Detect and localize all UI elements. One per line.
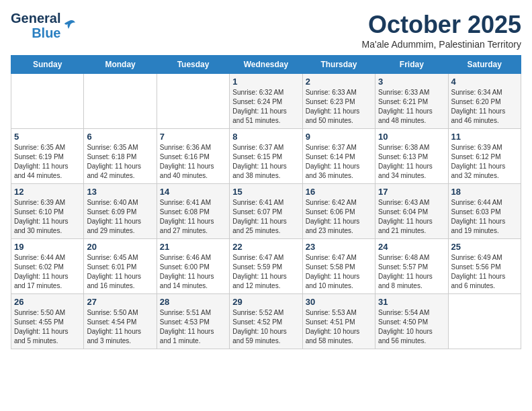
day-number: 23 bbox=[306, 242, 372, 252]
calendar-cell: 18Sunrise: 6:44 AM Sunset: 6:03 PM Dayli… bbox=[448, 184, 521, 239]
day-number: 28 bbox=[160, 297, 226, 307]
day-number: 29 bbox=[232, 297, 299, 307]
weekday-header-friday: Friday bbox=[375, 56, 448, 74]
calendar-cell: 8Sunrise: 6:37 AM Sunset: 6:15 PM Daylig… bbox=[230, 129, 302, 184]
calendar-cell: 7Sunrise: 6:36 AM Sunset: 6:16 PM Daylig… bbox=[157, 129, 229, 184]
day-number: 18 bbox=[451, 187, 518, 197]
calendar-cell: 23Sunrise: 6:47 AM Sunset: 5:58 PM Dayli… bbox=[302, 239, 375, 294]
calendar-table: SundayMondayTuesdayWednesdayThursdayFrid… bbox=[11, 55, 521, 349]
logo-general: General bbox=[11, 11, 60, 26]
day-info: Sunrise: 6:33 AM Sunset: 6:21 PM Dayligh… bbox=[378, 88, 445, 126]
calendar-cell: 30Sunrise: 5:53 AM Sunset: 4:51 PM Dayli… bbox=[302, 294, 375, 349]
day-info: Sunrise: 6:32 AM Sunset: 6:24 PM Dayligh… bbox=[232, 88, 299, 126]
day-number: 16 bbox=[306, 187, 372, 197]
day-info: Sunrise: 6:39 AM Sunset: 6:10 PM Dayligh… bbox=[14, 198, 81, 236]
day-info: Sunrise: 6:34 AM Sunset: 6:20 PM Dayligh… bbox=[451, 88, 518, 126]
day-info: Sunrise: 6:43 AM Sunset: 6:04 PM Dayligh… bbox=[378, 198, 445, 236]
day-info: Sunrise: 6:42 AM Sunset: 6:06 PM Dayligh… bbox=[306, 198, 372, 236]
day-number: 6 bbox=[87, 132, 153, 142]
day-number: 31 bbox=[378, 297, 445, 307]
day-number: 25 bbox=[451, 242, 518, 252]
day-info: Sunrise: 5:50 AM Sunset: 4:54 PM Dayligh… bbox=[87, 308, 153, 346]
day-number: 22 bbox=[232, 242, 299, 252]
day-info: Sunrise: 6:37 AM Sunset: 6:15 PM Dayligh… bbox=[232, 143, 299, 181]
day-info: Sunrise: 6:47 AM Sunset: 5:58 PM Dayligh… bbox=[306, 253, 372, 291]
calendar-cell: 15Sunrise: 6:41 AM Sunset: 6:07 PM Dayli… bbox=[230, 184, 302, 239]
logo: General Blue bbox=[11, 11, 77, 40]
calendar-cell: 6Sunrise: 6:35 AM Sunset: 6:18 PM Daylig… bbox=[84, 129, 157, 184]
day-info: Sunrise: 6:44 AM Sunset: 6:02 PM Dayligh… bbox=[14, 253, 81, 291]
calendar-week-2: 5Sunrise: 6:35 AM Sunset: 6:19 PM Daylig… bbox=[11, 129, 521, 184]
day-info: Sunrise: 6:38 AM Sunset: 6:13 PM Dayligh… bbox=[378, 143, 445, 181]
logo-blue: Blue bbox=[32, 26, 60, 40]
day-info: Sunrise: 6:36 AM Sunset: 6:16 PM Dayligh… bbox=[160, 143, 226, 181]
weekday-header-row: SundayMondayTuesdayWednesdayThursdayFrid… bbox=[11, 56, 521, 74]
weekday-header-wednesday: Wednesday bbox=[230, 56, 302, 74]
day-number: 8 bbox=[232, 132, 299, 142]
calendar-cell: 5Sunrise: 6:35 AM Sunset: 6:19 PM Daylig… bbox=[11, 129, 84, 184]
calendar-cell bbox=[448, 294, 521, 349]
day-number: 1 bbox=[232, 77, 299, 87]
day-info: Sunrise: 6:44 AM Sunset: 6:03 PM Dayligh… bbox=[451, 198, 518, 236]
day-number: 24 bbox=[378, 242, 445, 252]
day-number: 13 bbox=[87, 187, 153, 197]
calendar-cell: 13Sunrise: 6:40 AM Sunset: 6:09 PM Dayli… bbox=[84, 184, 157, 239]
day-number: 21 bbox=[160, 242, 226, 252]
weekday-header-sunday: Sunday bbox=[11, 56, 84, 74]
calendar-week-1: 1Sunrise: 6:32 AM Sunset: 6:24 PM Daylig… bbox=[11, 74, 521, 129]
day-info: Sunrise: 5:52 AM Sunset: 4:52 PM Dayligh… bbox=[232, 308, 299, 346]
day-number: 2 bbox=[306, 77, 372, 87]
day-number: 14 bbox=[160, 187, 226, 197]
calendar-cell: 31Sunrise: 5:54 AM Sunset: 4:50 PM Dayli… bbox=[375, 294, 448, 349]
calendar-week-5: 26Sunrise: 5:50 AM Sunset: 4:55 PM Dayli… bbox=[11, 294, 521, 349]
day-number: 4 bbox=[451, 77, 518, 87]
day-info: Sunrise: 5:54 AM Sunset: 4:50 PM Dayligh… bbox=[378, 308, 445, 346]
day-number: 9 bbox=[306, 132, 372, 142]
calendar-cell: 19Sunrise: 6:44 AM Sunset: 6:02 PM Dayli… bbox=[11, 239, 84, 294]
day-info: Sunrise: 6:39 AM Sunset: 6:12 PM Dayligh… bbox=[451, 143, 518, 181]
calendar-week-3: 12Sunrise: 6:39 AM Sunset: 6:10 PM Dayli… bbox=[11, 184, 521, 239]
calendar-cell: 12Sunrise: 6:39 AM Sunset: 6:10 PM Dayli… bbox=[11, 184, 84, 239]
calendar-cell: 16Sunrise: 6:42 AM Sunset: 6:06 PM Dayli… bbox=[302, 184, 375, 239]
day-info: Sunrise: 5:50 AM Sunset: 4:55 PM Dayligh… bbox=[14, 308, 81, 346]
day-info: Sunrise: 5:51 AM Sunset: 4:53 PM Dayligh… bbox=[160, 308, 226, 346]
calendar-cell: 28Sunrise: 5:51 AM Sunset: 4:53 PM Dayli… bbox=[157, 294, 229, 349]
calendar-cell: 21Sunrise: 6:46 AM Sunset: 6:00 PM Dayli… bbox=[157, 239, 229, 294]
calendar-cell: 17Sunrise: 6:43 AM Sunset: 6:04 PM Dayli… bbox=[375, 184, 448, 239]
calendar-cell: 11Sunrise: 6:39 AM Sunset: 6:12 PM Dayli… bbox=[448, 129, 521, 184]
calendar-cell: 20Sunrise: 6:45 AM Sunset: 6:01 PM Dayli… bbox=[84, 239, 157, 294]
day-info: Sunrise: 6:45 AM Sunset: 6:01 PM Dayligh… bbox=[87, 253, 153, 291]
month-title: October 2025 bbox=[362, 11, 521, 39]
day-info: Sunrise: 6:35 AM Sunset: 6:18 PM Dayligh… bbox=[87, 143, 153, 181]
day-number: 15 bbox=[232, 187, 299, 197]
calendar-cell: 22Sunrise: 6:47 AM Sunset: 5:59 PM Dayli… bbox=[230, 239, 302, 294]
day-info: Sunrise: 6:46 AM Sunset: 6:00 PM Dayligh… bbox=[160, 253, 226, 291]
weekday-header-monday: Monday bbox=[84, 56, 157, 74]
day-number: 5 bbox=[14, 132, 81, 142]
calendar-cell: 3Sunrise: 6:33 AM Sunset: 6:21 PM Daylig… bbox=[375, 74, 448, 129]
day-info: Sunrise: 6:49 AM Sunset: 5:56 PM Dayligh… bbox=[451, 253, 518, 291]
weekday-header-thursday: Thursday bbox=[302, 56, 375, 74]
calendar-cell: 24Sunrise: 6:48 AM Sunset: 5:57 PM Dayli… bbox=[375, 239, 448, 294]
title-area: October 2025 Ma'ale Adummim, Palestinian… bbox=[362, 11, 521, 50]
calendar-cell: 29Sunrise: 5:52 AM Sunset: 4:52 PM Dayli… bbox=[230, 294, 302, 349]
day-number: 26 bbox=[14, 297, 81, 307]
day-number: 27 bbox=[87, 297, 153, 307]
calendar-cell: 9Sunrise: 6:37 AM Sunset: 6:14 PM Daylig… bbox=[302, 129, 375, 184]
day-number: 7 bbox=[160, 132, 226, 142]
calendar-cell bbox=[11, 74, 84, 129]
day-number: 10 bbox=[378, 132, 445, 142]
day-number: 30 bbox=[306, 297, 372, 307]
logo-bird-icon bbox=[62, 18, 77, 33]
day-info: Sunrise: 6:48 AM Sunset: 5:57 PM Dayligh… bbox=[378, 253, 445, 291]
day-number: 12 bbox=[14, 187, 81, 197]
calendar-cell: 25Sunrise: 6:49 AM Sunset: 5:56 PM Dayli… bbox=[448, 239, 521, 294]
calendar-cell: 4Sunrise: 6:34 AM Sunset: 6:20 PM Daylig… bbox=[448, 74, 521, 129]
day-number: 11 bbox=[451, 132, 518, 142]
calendar-cell: 27Sunrise: 5:50 AM Sunset: 4:54 PM Dayli… bbox=[84, 294, 157, 349]
calendar-cell bbox=[157, 74, 229, 129]
day-info: Sunrise: 6:35 AM Sunset: 6:19 PM Dayligh… bbox=[14, 143, 81, 181]
day-info: Sunrise: 6:37 AM Sunset: 6:14 PM Dayligh… bbox=[306, 143, 372, 181]
day-info: Sunrise: 6:41 AM Sunset: 6:08 PM Dayligh… bbox=[160, 198, 226, 236]
location-subtitle: Ma'ale Adummim, Palestinian Territory bbox=[362, 39, 521, 50]
